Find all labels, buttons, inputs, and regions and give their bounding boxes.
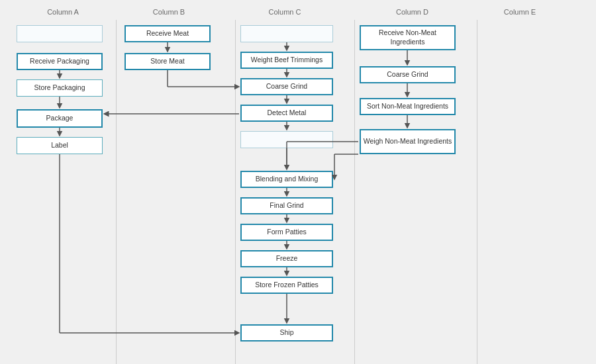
receive-packaging-box: Receive Packaging (17, 53, 103, 70)
coarse-grind-d-box: Coarse Grind (360, 66, 456, 83)
coarse-grind-c-box: Coarse Grind (240, 78, 333, 95)
ship-box: Ship (240, 324, 333, 341)
receive-non-meat-box: Receive Non-Meat Ingredients (360, 25, 456, 50)
col-a-header: Column A (17, 8, 109, 16)
label-box: Label (17, 137, 103, 154)
empty-box-c1 (240, 25, 333, 42)
divider-ab (116, 20, 117, 364)
freeze-box: Freeze (240, 250, 333, 267)
empty-box-a (17, 25, 103, 42)
sort-non-meat-box: Sort Non-Meat Ingredients (360, 98, 456, 115)
form-patties-box: Form Patties (240, 224, 333, 241)
divider-bc (235, 20, 236, 364)
divider-de (477, 20, 477, 364)
blending-box: Blending and Mixing (240, 171, 333, 188)
weight-beef-box: Weight Beef Trimmings (240, 52, 333, 69)
col-d-header: Column D (361, 8, 464, 16)
store-frozen-box: Store Frozen Patties (240, 277, 333, 294)
store-meat-box: Store Meat (124, 53, 211, 70)
divider-cd (354, 20, 355, 364)
store-packaging-box: Store Packaging (17, 79, 103, 97)
diagram-container: Column A Column B Column C Column D Colu… (0, 0, 596, 364)
col-e-header: Column E (487, 8, 553, 16)
final-grind-box: Final Grind (240, 197, 333, 214)
weigh-non-meat-box: Weigh Non-Meat Ingredients (360, 129, 456, 154)
col-b-header: Column B (123, 8, 215, 16)
detect-metal-box: Detect Metal (240, 105, 333, 122)
package-box: Package (17, 109, 103, 128)
receive-meat-box: Receive Meat (124, 25, 211, 42)
col-c-header: Column C (238, 8, 331, 16)
empty-box-c2 (240, 131, 333, 148)
